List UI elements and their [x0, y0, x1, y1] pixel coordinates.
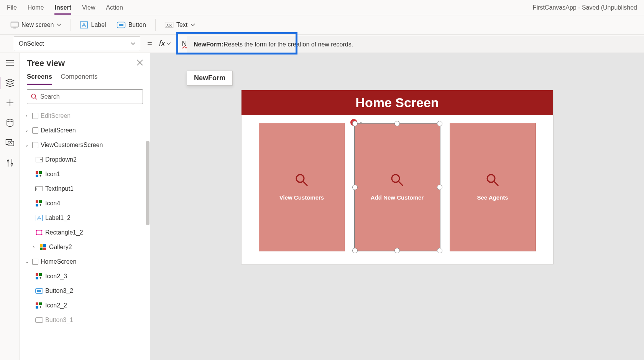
- card-see-agents[interactable]: See Agents: [450, 123, 536, 251]
- chevron-down-icon: ⌄: [24, 259, 30, 264]
- tree-item-icon1[interactable]: + Icon1: [21, 167, 148, 182]
- svg-rect-35: [36, 231, 42, 234]
- tab-components[interactable]: Components: [61, 73, 97, 85]
- resize-handle[interactable]: [437, 248, 442, 253]
- resize-handle[interactable]: [394, 121, 400, 126]
- settings-icon[interactable]: [5, 158, 15, 167]
- tree-label: EditScreen: [41, 112, 71, 119]
- card-view-customers[interactable]: View Customers: [259, 123, 345, 251]
- chevron-right-icon: ›: [24, 128, 30, 133]
- svg-point-55: [296, 175, 304, 182]
- svg-rect-40: [40, 244, 43, 247]
- tree-item-gallery2[interactable]: › Gallery2: [21, 240, 148, 254]
- card-label: View Customers: [279, 194, 324, 201]
- button-button[interactable]: Button: [113, 19, 150, 31]
- new-screen-label: New screen: [21, 21, 54, 28]
- tree-item-editscreen[interactable]: › EditScreen: [21, 109, 148, 123]
- close-icon[interactable]: [137, 59, 143, 67]
- tree-item-button3_2[interactable]: Button3_2: [21, 284, 148, 298]
- svg-point-57: [392, 175, 399, 182]
- tree-label: Gallery2: [49, 244, 72, 251]
- svg-rect-52: [36, 306, 38, 309]
- fx-button[interactable]: fx: [159, 39, 177, 48]
- chevron-down-icon: ⌄: [24, 142, 30, 148]
- svg-point-12: [7, 119, 13, 122]
- tree-item-icon4[interactable]: + Icon4: [21, 196, 148, 211]
- icon-control-icon: +: [35, 273, 43, 279]
- text-button[interactable]: Abc Text: [161, 19, 199, 31]
- svg-point-18: [11, 163, 13, 165]
- svg-rect-45: [39, 273, 42, 276]
- tree-item-button3_1[interactable]: Button3_1: [21, 313, 148, 327]
- icon-control-icon: +: [35, 200, 43, 206]
- hamburger-icon[interactable]: [5, 58, 15, 68]
- canvas-screen[interactable]: Home Screen View Customers ✕ ⌄ Add New C…: [241, 90, 554, 264]
- tree-item-rectangle1_2[interactable]: Rectangle1_2: [21, 225, 148, 240]
- checkbox[interactable]: [32, 142, 38, 148]
- search-input[interactable]: Search: [27, 89, 143, 104]
- svg-point-38: [36, 234, 37, 235]
- svg-point-36: [36, 230, 37, 231]
- tree-label: HomeScreen: [41, 258, 76, 265]
- tree-item-icon2_3[interactable]: + Icon2_3: [21, 269, 148, 284]
- new-screen-button[interactable]: New screen: [7, 19, 65, 31]
- property-value: OnSelect: [19, 40, 44, 47]
- resize-handle[interactable]: [352, 248, 358, 253]
- ribbon: New screen Label Button Abc Text: [0, 15, 644, 35]
- data-icon[interactable]: [5, 118, 15, 127]
- label-btn-label: Label: [91, 21, 106, 28]
- svg-rect-44: [36, 273, 38, 276]
- menu-insert[interactable]: Insert: [54, 4, 71, 15]
- checkbox[interactable]: [32, 127, 38, 134]
- menu-action[interactable]: Action: [106, 4, 123, 11]
- label-button[interactable]: Label: [76, 19, 110, 31]
- tree-label: ViewCustomersScreen: [41, 142, 103, 149]
- left-rail: [0, 53, 20, 360]
- media-icon[interactable]: [5, 138, 15, 147]
- tooltip-name: NewForm:: [194, 41, 223, 48]
- svg-point-39: [41, 234, 43, 235]
- search-icon: [31, 94, 37, 100]
- tree-item-textinput1[interactable]: TextInput1: [21, 182, 148, 196]
- tree-item-label1_2[interactable]: Label1_2: [21, 211, 148, 225]
- tree-list[interactable]: › EditScreen › DetailScreen ⌄ ViewCustom…: [20, 109, 150, 360]
- svg-rect-42: [40, 248, 43, 250]
- menu-home[interactable]: Home: [28, 4, 44, 11]
- svg-line-60: [494, 182, 498, 186]
- intellisense-item[interactable]: NewForm: [187, 71, 233, 86]
- card-label: See Agents: [477, 194, 508, 201]
- svg-rect-24: [36, 171, 38, 174]
- tree-item-viewcustomers[interactable]: ⌄ ViewCustomersScreen: [21, 138, 148, 152]
- tree-view-icon[interactable]: [5, 78, 15, 88]
- resize-handle[interactable]: [352, 121, 358, 126]
- tree-label: Icon2_3: [45, 273, 67, 280]
- canvas-area[interactable]: Home Screen View Customers ✕ ⌄ Add New C…: [150, 53, 644, 360]
- tab-screens[interactable]: Screens: [27, 73, 52, 85]
- resize-handle[interactable]: [437, 121, 442, 126]
- chevron-down-icon[interactable]: ⌄: [359, 119, 363, 124]
- checkbox[interactable]: [32, 259, 38, 265]
- tree-item-homescreen[interactable]: ⌄ HomeScreen: [21, 254, 148, 269]
- separator: [155, 19, 156, 31]
- tree-label: Icon4: [45, 200, 60, 207]
- checkbox[interactable]: [32, 113, 38, 119]
- card-add-new-customer[interactable]: ✕ ⌄ Add New Customer: [354, 123, 440, 251]
- tree-item-icon2_2[interactable]: + Icon2_2: [21, 298, 148, 313]
- tree-item-dropdown2[interactable]: Dropdown2: [21, 152, 148, 167]
- tree-item-detailscreen[interactable]: › DetailScreen: [21, 123, 148, 138]
- svg-rect-32: [36, 204, 38, 206]
- menu-file[interactable]: File: [7, 4, 17, 11]
- plus-icon[interactable]: [5, 98, 15, 107]
- search-placeholder: Search: [40, 93, 60, 100]
- svg-line-22: [35, 98, 37, 99]
- menu-view[interactable]: View: [82, 4, 95, 11]
- chevron-down-icon: [191, 23, 195, 26]
- resize-handle[interactable]: [352, 185, 358, 190]
- resize-handle[interactable]: [437, 185, 442, 190]
- scrollbar-thumb[interactable]: [146, 141, 150, 225]
- tree-label: DetailScreen: [41, 127, 76, 134]
- property-dropdown[interactable]: OnSelect: [14, 36, 140, 51]
- resize-handle[interactable]: [394, 248, 400, 253]
- search-icon: [486, 173, 499, 188]
- label-icon: [80, 21, 88, 28]
